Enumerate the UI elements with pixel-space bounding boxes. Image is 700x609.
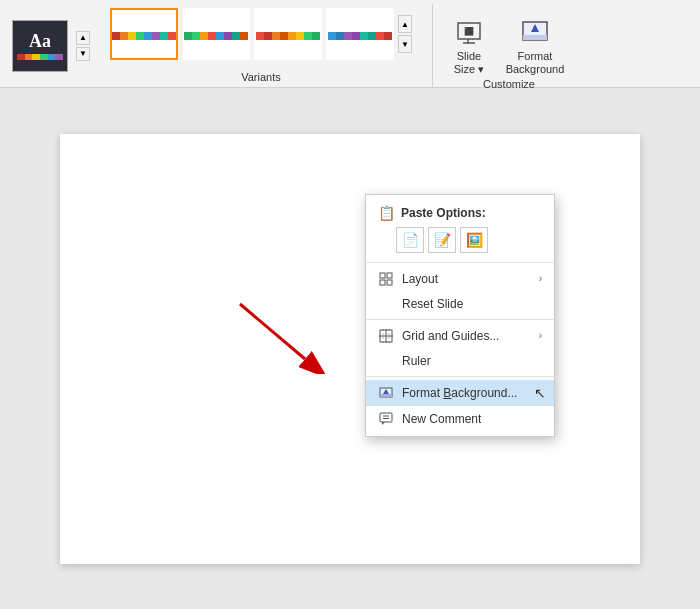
paste-picture-button[interactable]: 🖼️ bbox=[460, 227, 488, 253]
slide-canvas: 📋 Paste Options: 📄 📝 🖼️ bbox=[60, 134, 640, 564]
customize-section: ⬛ SlideSize ▾ Format Background Customiz… bbox=[432, 4, 585, 87]
theme-scroll-down[interactable]: ▼ bbox=[76, 47, 90, 61]
svg-marker-22 bbox=[382, 422, 385, 425]
ribbon: Aa ▲ ▼ bbox=[0, 0, 700, 88]
svg-line-8 bbox=[240, 304, 305, 359]
divider-1 bbox=[366, 262, 554, 263]
svg-rect-10 bbox=[387, 273, 392, 278]
svg-rect-5 bbox=[523, 35, 547, 40]
grid-guides-icon bbox=[378, 328, 394, 344]
menu-item-new-comment[interactable]: New Comment bbox=[366, 406, 554, 432]
layout-label: Layout bbox=[402, 272, 438, 286]
layout-icon bbox=[378, 271, 394, 287]
theme-scroll-up[interactable]: ▲ bbox=[76, 31, 90, 45]
red-arrow-indicator bbox=[220, 294, 340, 374]
menu-item-reset-slide[interactable]: Reset Slide bbox=[366, 292, 554, 316]
slide-size-label: SlideSize ▾ bbox=[454, 50, 484, 76]
ribbon-theme-area: Aa ▲ ▼ bbox=[4, 4, 100, 87]
svg-rect-11 bbox=[380, 280, 385, 285]
format-background-button[interactable]: Format Background bbox=[501, 14, 569, 78]
svg-rect-19 bbox=[380, 394, 392, 397]
variant-thumb-1[interactable] bbox=[110, 8, 178, 60]
new-comment-icon bbox=[378, 411, 394, 427]
context-menu: 📋 Paste Options: 📄 📝 🖼️ bbox=[365, 194, 555, 437]
theme-aa-text: Aa bbox=[29, 31, 51, 52]
theme-scroll-buttons: ▲ ▼ bbox=[74, 29, 92, 63]
paste-picture-icon: 🖼️ bbox=[466, 232, 483, 248]
variant-thumb-3[interactable] bbox=[254, 8, 322, 60]
variant-thumb-2[interactable] bbox=[182, 8, 250, 60]
menu-item-format-background[interactable]: Format Background... ↖ bbox=[366, 380, 554, 406]
variant-scroll-buttons: ▲ ▼ bbox=[398, 15, 412, 53]
variants-section: ▲ ▼ Variants bbox=[100, 4, 422, 87]
grid-guides-label: Grid and Guides... bbox=[402, 329, 499, 343]
paste-source-icon: 📄 bbox=[402, 232, 419, 248]
format-background-menu-icon bbox=[378, 385, 394, 401]
paste-keep-source-button[interactable]: 📄 bbox=[396, 227, 424, 253]
new-comment-label: New Comment bbox=[402, 412, 481, 426]
paste-options-label: Paste Options: bbox=[401, 206, 486, 220]
variant-thumb-4[interactable] bbox=[326, 8, 394, 60]
menu-item-grid-guides[interactable]: Grid and Guides... › bbox=[366, 323, 554, 349]
layout-submenu-arrow: › bbox=[539, 273, 542, 284]
customize-buttons: ⬛ SlideSize ▾ Format Background bbox=[449, 14, 569, 78]
variants-label: Variants bbox=[241, 71, 281, 87]
paste-options-icon: 📋 bbox=[378, 205, 395, 221]
svg-rect-12 bbox=[387, 280, 392, 285]
theme-color-bars bbox=[17, 54, 63, 60]
format-background-label: Format Background bbox=[505, 50, 565, 76]
theme-thumbnail[interactable]: Aa bbox=[12, 20, 68, 72]
paste-merge-icon: 📝 bbox=[434, 232, 451, 248]
divider-3 bbox=[366, 376, 554, 377]
variant-scroll-up[interactable]: ▲ bbox=[398, 15, 412, 33]
slide-size-button[interactable]: ⬛ SlideSize ▾ bbox=[449, 14, 489, 78]
format-background-icon bbox=[519, 16, 551, 48]
format-background-menu-label: Format Background... bbox=[402, 386, 517, 400]
ruler-label: Ruler bbox=[402, 354, 431, 368]
svg-text:⬛: ⬛ bbox=[464, 26, 474, 36]
slide-area[interactable]: 📋 Paste Options: 📄 📝 🖼️ bbox=[0, 88, 700, 609]
paste-merge-button[interactable]: 📝 bbox=[428, 227, 456, 253]
menu-item-ruler[interactable]: Ruler bbox=[366, 349, 554, 373]
grid-guides-submenu-arrow: › bbox=[539, 330, 542, 341]
paste-options-icons: 📄 📝 🖼️ bbox=[366, 225, 554, 259]
divider-2 bbox=[366, 319, 554, 320]
svg-rect-9 bbox=[380, 273, 385, 278]
menu-item-layout[interactable]: Layout › bbox=[366, 266, 554, 292]
svg-rect-21 bbox=[380, 413, 392, 422]
variant-scroll-down[interactable]: ▼ bbox=[398, 35, 412, 53]
cursor-near-format-bg: ↖ bbox=[534, 385, 546, 401]
paste-options-header: 📋 Paste Options: bbox=[366, 199, 554, 225]
reset-slide-label: Reset Slide bbox=[402, 297, 463, 311]
slide-size-icon: ⬛ bbox=[453, 16, 485, 48]
variants-thumbnails: ▲ ▼ bbox=[110, 8, 412, 60]
